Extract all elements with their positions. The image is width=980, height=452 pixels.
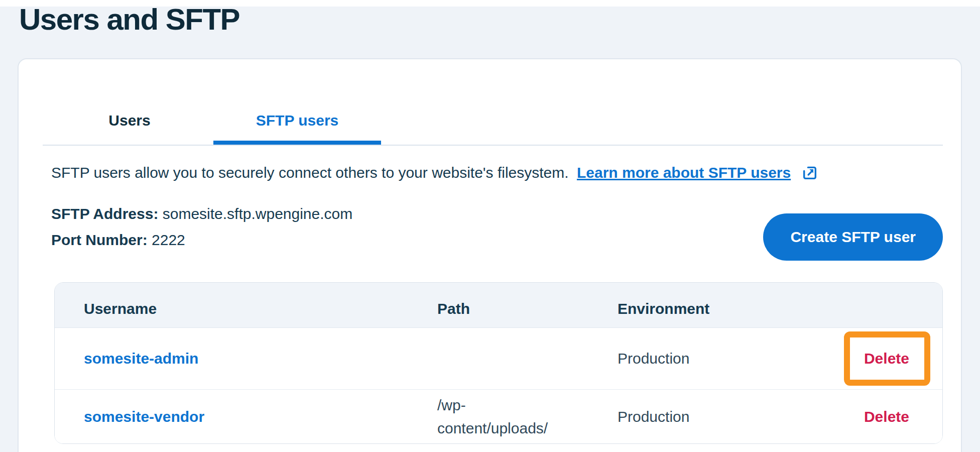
action-cell: Delete — [864, 408, 909, 425]
table-row: somesite-admin Production Delete — [55, 328, 942, 389]
column-header-path: Path — [437, 300, 618, 317]
users-and-sftp-page: Users and SFTP Users SFTP users SFTP use… — [0, 7, 980, 452]
environment-cell: Production — [618, 350, 864, 367]
learn-more-link[interactable]: Learn more about SFTP users — [577, 164, 791, 181]
sftp-users-table: Username Path Environment somesite-admin… — [54, 282, 943, 444]
create-sftp-user-button[interactable]: Create SFTP user — [763, 213, 943, 261]
delete-button[interactable]: Delete — [864, 408, 909, 425]
path-cell: /wp-content/uploads/ — [437, 394, 563, 440]
port-number-value: 2222 — [152, 232, 185, 248]
port-number-label: Port Number: — [51, 232, 148, 248]
intro-line: SFTP users allow you to securely connect… — [51, 163, 931, 186]
tab-divider — [43, 145, 943, 146]
external-link-icon — [801, 164, 818, 186]
sftp-address-label: SFTP Address: — [51, 205, 158, 222]
column-header-username: Username — [84, 300, 437, 317]
tab-sftp-users[interactable]: SFTP users — [213, 105, 381, 146]
tab-users[interactable]: Users — [46, 105, 213, 146]
connection-info: SFTP Address: somesite.sftp.wpengine.com… — [51, 201, 352, 253]
username-link[interactable]: somesite-vendor — [84, 408, 437, 425]
table-row: somesite-vendor /wp-content/uploads/ Pro… — [55, 389, 942, 443]
table-header-row: Username Path Environment — [55, 283, 942, 328]
delete-button[interactable]: Delete — [864, 350, 909, 367]
column-header-environment: Environment — [618, 300, 909, 317]
port-number-line: Port Number: 2222 — [51, 227, 352, 253]
page-title: Users and SFTP — [19, 4, 239, 36]
sftp-address-value: somesite.sftp.wpengine.com — [163, 205, 353, 222]
environment-cell: Production — [618, 408, 864, 425]
username-link[interactable]: somesite-admin — [84, 350, 437, 367]
sftp-address-line: SFTP Address: somesite.sftp.wpengine.com — [51, 201, 352, 227]
screen: Users and SFTP Users SFTP users SFTP use… — [0, 0, 980, 452]
tab-bar: Users SFTP users — [46, 105, 381, 146]
intro-text: SFTP users allow you to securely connect… — [51, 164, 569, 181]
action-cell: Delete — [864, 350, 909, 367]
sftp-card: Users SFTP users SFTP users allow you to… — [18, 58, 962, 452]
